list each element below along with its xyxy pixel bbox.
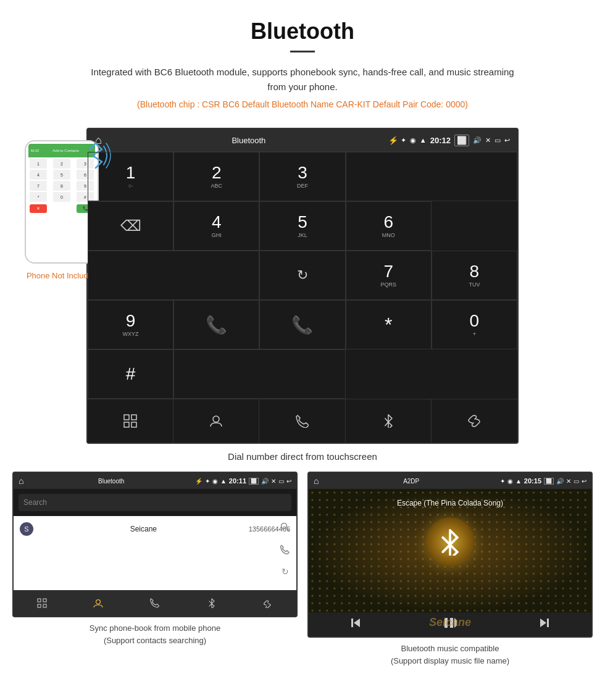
toolbar-grid-btn[interactable]: [88, 399, 173, 443]
pb-bt-btn[interactable]: [183, 590, 240, 616]
music-main-content: Escape (The Pina Colada Song): [309, 489, 591, 581]
svg-marker-14: [354, 619, 360, 627]
page-header: Bluetooth Integrated with BC6 Bluetooth …: [0, 0, 605, 128]
dial-empty-4: [173, 349, 345, 399]
music-time: 20:15: [524, 477, 541, 485]
phonebook-screen: ⌂ Bluetooth ⚡ ✦ ◉ ▲ 20:11 ⬜ 🔊 ✕ ▭ ↩ Sear…: [12, 472, 298, 617]
dial-key-8[interactable]: 8 TUV: [432, 251, 517, 300]
pb-phone-btn[interactable]: [127, 590, 183, 616]
page-description: Integrated with BC6 Bluetooth module, su…: [86, 65, 519, 94]
svg-point-5: [282, 523, 287, 529]
bottom-screens-section: ⌂ Bluetooth ⚡ ✦ ◉ ▲ 20:11 ⬜ 🔊 ✕ ▭ ↩ Sear…: [0, 472, 605, 679]
phonebook-caption: Sync phone-book from mobile phone(Suppor…: [12, 622, 298, 646]
pb-sig-icon: ▲: [220, 478, 227, 485]
music-screen: ⌂ A2DP ✦ ◉ ▲ 20:15 ⬜ 🔊 ✕ ▭ ↩: [307, 472, 593, 638]
music-playpause-btn[interactable]: [443, 617, 457, 631]
music-next-btn[interactable]: [539, 617, 550, 631]
toolbar-bluetooth-btn[interactable]: [346, 399, 432, 443]
music-home-icon[interactable]: ⌂: [314, 476, 319, 486]
phonebook-search-bar[interactable]: Search: [19, 494, 291, 511]
statusbar-icons: ✦ ◉ ▲ 20:12 ⬜ 🔊 ✕ ▭ ↩: [401, 135, 510, 146]
svg-rect-8: [43, 599, 46, 602]
dial-refresh-btn[interactable]: ↻: [259, 251, 345, 300]
usb-icon: ⚡: [388, 136, 398, 145]
pb-loc-icon: ◉: [212, 478, 218, 485]
phonebook-screen-wrap: ⌂ Bluetooth ⚡ ✦ ◉ ▲ 20:11 ⬜ 🔊 ✕ ▭ ↩ Sear…: [12, 472, 298, 667]
music-screen-wrap: ⌂ A2DP ✦ ◉ ▲ 20:15 ⬜ 🔊 ✕ ▭ ↩: [307, 472, 593, 667]
music-title: A2DP: [325, 478, 497, 485]
music-caption: Bluetooth music compatible(Support displ…: [307, 643, 593, 667]
svg-point-11: [96, 600, 101, 604]
contact-avatar: S: [20, 522, 33, 536]
back-icon[interactable]: ↩: [504, 136, 510, 144]
pb-search-icon[interactable]: [277, 519, 294, 536]
music-close-icon[interactable]: ✕: [566, 478, 571, 485]
dial-key-5[interactable]: 5 JKL: [259, 201, 345, 251]
dial-key-4[interactable]: 4 GHI: [173, 201, 259, 251]
dial-key-6[interactable]: 6 MNO: [346, 201, 432, 251]
dial-key-1[interactable]: 1 ○·: [88, 152, 173, 201]
contact-name: Seicane: [38, 525, 249, 533]
pb-refresh-icon[interactable]: ↻: [277, 563, 294, 580]
pb-link-btn[interactable]: [240, 590, 296, 616]
pb-title: Bluetooth: [30, 478, 192, 485]
main-screen-section: M:22 Add to Contacts 123 456 789: [0, 128, 605, 444]
svg-marker-18: [454, 618, 457, 628]
pb-home-icon[interactable]: ⌂: [19, 476, 23, 486]
toolbar-phone-btn[interactable]: [259, 399, 345, 443]
svg-rect-15: [351, 619, 353, 627]
music-screen-icon: ▭: [574, 478, 579, 485]
music-controls: [309, 612, 591, 636]
statusbar-time: 20:12: [430, 136, 451, 145]
pb-back-icon[interactable]: ↩: [286, 478, 291, 485]
dial-key-3[interactable]: 3 DEF: [259, 152, 345, 201]
svg-point-4: [213, 416, 219, 422]
pb-call-icon[interactable]: [277, 541, 294, 558]
dial-key-2[interactable]: 2 ABC: [173, 152, 259, 201]
pb-contacts-btn[interactable]: [70, 590, 127, 616]
dial-key-0[interactable]: 0 +: [432, 300, 517, 349]
music-bt-icon: ✦: [500, 478, 505, 485]
dial-toolbar: [88, 399, 517, 443]
camera-icon: ⬜: [454, 135, 469, 146]
svg-rect-20: [547, 619, 549, 627]
pb-close-icon[interactable]: ✕: [271, 478, 276, 485]
pb-usb-icon: ⚡: [195, 478, 202, 485]
volume-icon: 🔊: [473, 136, 482, 144]
svg-marker-19: [540, 619, 546, 627]
page-specs: (Bluetooth chip : CSR BC6 Default Blueto…: [12, 99, 593, 109]
pb-bt-icon: ✦: [205, 478, 210, 485]
dial-screen-caption: Dial number direct from touchscreen: [0, 444, 605, 472]
dial-key-star[interactable]: *: [346, 300, 432, 349]
phonebook-bottom-toolbar: [14, 590, 296, 616]
toolbar-link-btn[interactable]: [432, 399, 517, 443]
dial-call-red-btn[interactable]: 📞: [259, 300, 345, 349]
music-back-icon[interactable]: ↩: [582, 478, 586, 485]
screen-icon: ▭: [494, 136, 501, 144]
phonebook-statusbar: ⌂ Bluetooth ⚡ ✦ ◉ ▲ 20:11 ⬜ 🔊 ✕ ▭ ↩: [14, 473, 296, 489]
pb-vol-icon: 🔊: [261, 478, 269, 485]
close-icon[interactable]: ✕: [485, 136, 491, 144]
dial-key-7[interactable]: 7 PQRS: [346, 251, 432, 300]
phonebook-contact-area: S Seicane 13566664466: [14, 516, 296, 590]
dial-key-9[interactable]: 9 WXYZ: [88, 300, 173, 349]
music-loc-icon: ◉: [507, 478, 513, 485]
pb-grid-btn[interactable]: [14, 590, 70, 616]
dial-backspace-btn[interactable]: ⌫: [88, 201, 173, 251]
dial-key-hash[interactable]: #: [88, 349, 173, 399]
music-prev-btn[interactable]: [350, 617, 361, 631]
svg-rect-9: [38, 604, 41, 607]
svg-rect-16: [444, 618, 448, 628]
music-statusbar: ⌂ A2DP ✦ ◉ ▲ 20:15 ⬜ 🔊 ✕ ▭ ↩: [309, 473, 591, 489]
signal-icon: ▲: [420, 136, 427, 144]
toolbar-contacts-btn[interactable]: [173, 399, 259, 443]
search-placeholder: Search: [23, 498, 47, 507]
svg-rect-17: [450, 618, 453, 628]
pb-cam-icon: ⬜: [249, 478, 259, 485]
dial-display-area: [346, 152, 517, 201]
dial-screen-title: Bluetooth: [109, 136, 388, 145]
svg-rect-0: [124, 415, 129, 420]
phonebook-contact-row[interactable]: S Seicane 13566664466: [14, 516, 296, 542]
svg-rect-1: [131, 415, 136, 420]
dial-call-green-btn[interactable]: 📞: [173, 300, 259, 349]
